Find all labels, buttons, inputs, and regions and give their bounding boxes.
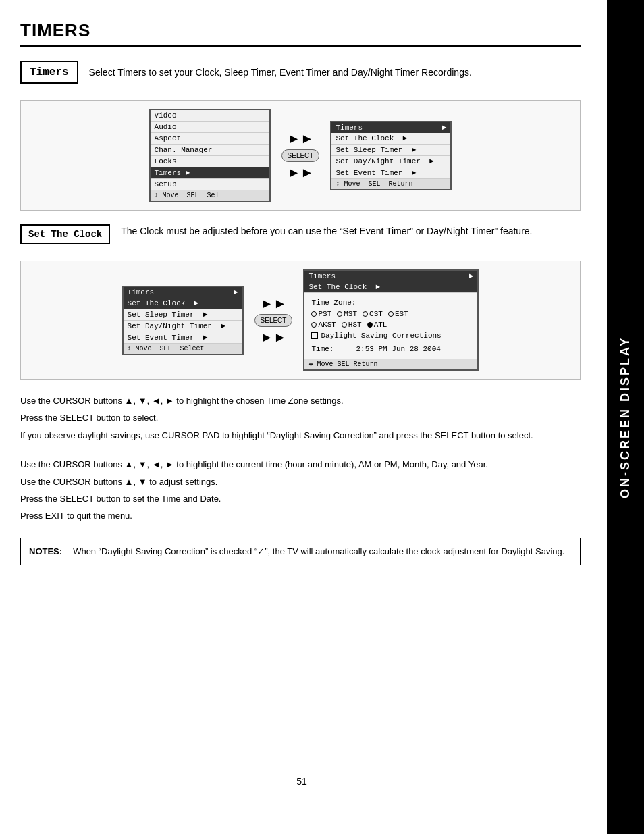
select-btn-1: SELECT (281, 149, 320, 162)
tz-est: EST (388, 310, 408, 318)
instr1-line2: Press the SELECT button to select. (20, 410, 581, 425)
sidebar-tab: ON-SCREEN DISPLAY (607, 0, 644, 834)
menu-2: Timers ► Set The Clock ► Set Sleep Timer… (330, 121, 452, 190)
page-number: 51 (0, 776, 603, 787)
tz-hst-label: HST (348, 321, 362, 329)
notes-box: NOTES: When “Daylight Saving Correction”… (20, 538, 581, 566)
instructions-section-2: Use the CURSOR buttons ▲, ▼, ◄, ► to hig… (20, 457, 581, 524)
menu4-header: Timers ► (304, 271, 477, 282)
menu3-daynight-timer: Set Day/Night Timer ► (124, 321, 242, 332)
arrow-select-1: ►► SELECT ►► (281, 131, 320, 180)
menu4-body: Time Zone: PST MST CST (304, 293, 477, 359)
radio-pst-icon (311, 311, 317, 317)
radio-hst-icon (342, 322, 347, 328)
instr2-line3: Press the SELECT button to set the Time … (20, 491, 581, 506)
menu2-footer: ↕ Move SEL Return (331, 179, 450, 189)
arrow-right-icon-2: ►► (260, 296, 287, 311)
menu1-timers-selected: Timers ► (151, 167, 269, 179)
timezone-row-2: AKST HST ATL (311, 321, 471, 329)
daylight-saving-label: Daylight Saving Corrections (321, 332, 441, 340)
tz-mst: MST (337, 310, 357, 318)
radio-cst-icon (363, 311, 368, 317)
menu2-daynight-timer: Set Day/Night Timer ► (331, 156, 450, 167)
tz-akst-label: AKST (318, 321, 336, 329)
menu2-header: Timers ► (331, 122, 450, 133)
menu1-footer: ↕ Move SEL Sel (151, 190, 269, 201)
time-label: Time: (311, 345, 351, 353)
menu2-sleep-timer: Set Sleep Timer ► (331, 145, 450, 156)
tz-hst: HST (342, 321, 362, 329)
menu4-header-label: Timers (308, 272, 336, 280)
arrow-right-icon-2b: ►► (260, 330, 287, 345)
instr2-line4: Press EXIT to quit the menu. (20, 508, 581, 523)
instructions-section-1: Use the CURSOR buttons ▲, ▼, ◄, ► to hig… (20, 393, 581, 443)
menu-4: Timers ► Set The Clock ► Time Zone: PST … (303, 269, 479, 371)
menu3-event-timer: Set Event Timer ► (124, 332, 242, 344)
instr2-line2: Use the CURSOR buttons ▲, ▼ to adjust se… (20, 474, 581, 490)
notes-label: NOTES: (29, 545, 62, 558)
menu3-header: Timers ► (124, 287, 242, 298)
menu1-audio: Audio (151, 122, 269, 133)
menu1-locks: Locks (151, 156, 269, 167)
menu3-sleep-timer: Set Sleep Timer ► (124, 309, 242, 321)
arrow-right-icon-1b: ►► (287, 165, 314, 180)
radio-mst-icon (337, 311, 342, 317)
instr2-line1: Use the CURSOR buttons ▲, ▼, ◄, ► to hig… (20, 457, 581, 472)
menu1-chan-manager: Chan. Manager (151, 145, 269, 156)
tz-est-label: EST (395, 310, 408, 318)
tz-akst: AKST (311, 321, 336, 329)
menu2-header-label: Timers (336, 124, 363, 132)
notes-text: When “Daylight Saving Correction” is che… (73, 545, 564, 558)
menu3-footer: ↕ Move SEL Select (124, 344, 242, 354)
menu4-header-arrow: ► (469, 272, 474, 280)
timers-intro-text: Select Timers to set your Clock, Sleep T… (89, 66, 472, 80)
menu3-header-label: Timers (128, 288, 155, 296)
tz-mst-label: MST (344, 310, 357, 318)
menu2-event-timer: Set Event Timer ► (331, 167, 450, 179)
menu3-set-clock-selected: Set The Clock ► (124, 298, 242, 309)
page-title: TIMERS (20, 20, 581, 47)
menu4-footer: ❖ Move SEL Return (304, 359, 477, 369)
time-row: Time: 2:53 PM Jun 28 2004 (311, 345, 471, 353)
menu2-set-clock: Set The Clock ► (331, 133, 450, 145)
instr1-line3: If you observe daylight savings, use CUR… (20, 427, 581, 443)
menu-3: Timers ► Set The Clock ► Set Sleep Timer… (122, 286, 244, 355)
select-btn-2: SELECT (254, 314, 293, 327)
menu1-video: Video (151, 110, 269, 122)
time-value: 2:53 PM Jun 28 2004 (356, 345, 440, 353)
menu4-sub-header: Set The Clock ► (304, 282, 477, 293)
radio-est-icon (388, 311, 394, 317)
set-clock-intro-section: Set The Clock The Clock must be adjusted… (20, 224, 581, 244)
sidebar-tab-text: ON-SCREEN DISPLAY (618, 336, 633, 498)
daylight-saving-row: Daylight Saving Corrections (311, 332, 471, 340)
tz-atl-label: ATL (374, 321, 387, 329)
menu-1: Video Audio Aspect Chan. Manager Locks T… (149, 109, 271, 202)
menu1-setup: Setup (151, 179, 269, 190)
menu1-aspect: Aspect (151, 133, 269, 145)
timers-intro-section: Timers Select Timers to set your Clock, … (20, 61, 581, 84)
tz-atl: ATL (367, 321, 387, 329)
timezone-row-1: PST MST CST EST (311, 310, 471, 318)
set-clock-intro-text: The Clock must be adjusted before you ca… (121, 224, 532, 238)
set-clock-label-box: Set The Clock (20, 224, 110, 244)
radio-akst-icon (311, 322, 317, 328)
diagram-row-1: Video Audio Aspect Chan. Manager Locks T… (20, 100, 581, 211)
arrow-right-icon-1: ►► (287, 131, 314, 147)
tz-pst-label: PST (318, 310, 331, 318)
timezone-label: Time Zone: (311, 298, 471, 307)
instr1-line1: Use the CURSOR buttons ▲, ▼, ◄, ► to hig… (20, 393, 581, 409)
daylight-saving-checkbox (311, 332, 318, 339)
menu2-header-arrow: ► (442, 124, 447, 132)
tz-cst-label: CST (369, 310, 383, 318)
tz-pst: PST (311, 310, 331, 318)
tz-cst: CST (363, 310, 383, 318)
timers-label-box: Timers (20, 61, 78, 84)
radio-atl-icon (367, 322, 373, 328)
menu3-header-arrow: ► (234, 288, 238, 296)
arrow-select-2: ►► SELECT ►► (254, 296, 293, 345)
diagram-row-2: Timers ► Set The Clock ► Set Sleep Timer… (20, 261, 581, 380)
